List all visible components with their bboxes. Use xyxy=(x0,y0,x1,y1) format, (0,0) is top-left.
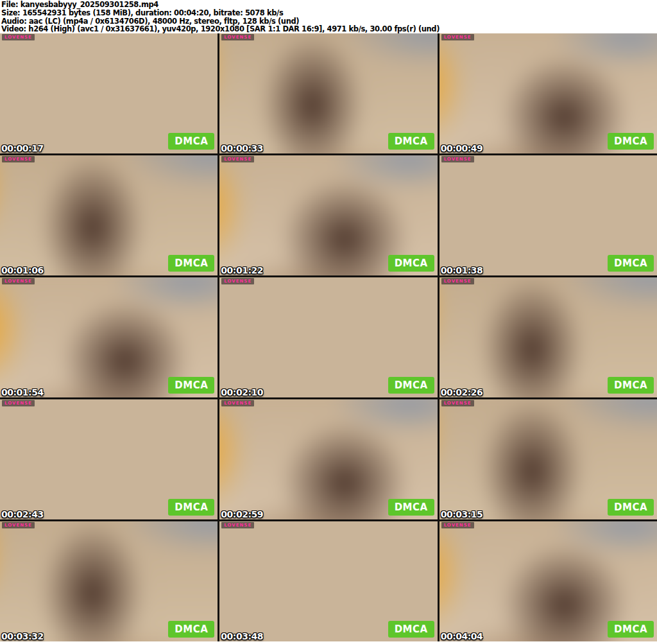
frame-timestamp: 00:02:10 xyxy=(221,387,263,397)
file-info-header: File: kanyesbabyyy_202509301258.mp4 Size… xyxy=(0,0,657,33)
frame-timestamp: 00:03:15 xyxy=(441,509,483,519)
watermark-label: LOVENSE xyxy=(2,34,35,40)
video-frame-thumbnail[interactable]: LOVENSE 00:01:22 DMCA xyxy=(219,155,437,275)
watermark-label: LOVENSE xyxy=(221,34,254,40)
dmca-badge[interactable]: DMCA xyxy=(168,255,214,272)
frame-timestamp: 00:04:04 xyxy=(441,631,483,641)
frame-timestamp: 00:03:32 xyxy=(1,631,44,641)
frame-timestamp: 00:02:26 xyxy=(441,387,483,397)
dmca-badge[interactable]: DMCA xyxy=(608,621,654,638)
video-frame-thumbnail[interactable]: LOVENSE 00:03:32 DMCA xyxy=(0,521,218,641)
watermark-label: LOVENSE xyxy=(2,278,35,284)
watermark-label: LOVENSE xyxy=(221,156,254,162)
watermark-label: LOVENSE xyxy=(221,400,254,406)
video-frame-thumbnail[interactable]: LOVENSE 00:04:04 DMCA xyxy=(439,521,657,641)
video-frame-thumbnail[interactable]: LOVENSE 00:00:17 DMCA xyxy=(0,33,218,153)
video-frame-thumbnail[interactable]: LOVENSE 00:01:06 DMCA xyxy=(0,155,218,275)
frame-timestamp: 00:01:22 xyxy=(221,265,263,275)
dmca-badge[interactable]: DMCA xyxy=(388,255,434,272)
watermark-label: LOVENSE xyxy=(441,156,474,162)
frame-timestamp: 00:01:06 xyxy=(1,265,44,275)
video-frame-thumbnail[interactable]: LOVENSE 00:01:54 DMCA xyxy=(0,277,218,397)
video-frame-thumbnail[interactable]: LOVENSE 00:03:15 DMCA xyxy=(439,399,657,519)
dmca-badge[interactable]: DMCA xyxy=(388,621,434,638)
dmca-badge[interactable]: DMCA xyxy=(168,499,214,516)
dmca-badge[interactable]: DMCA xyxy=(608,133,654,150)
frame-timestamp: 00:01:38 xyxy=(441,265,483,275)
dmca-badge[interactable]: DMCA xyxy=(388,377,434,394)
file-name-line: File: kanyesbabyyy_202509301258.mp4 xyxy=(1,1,657,9)
dmca-badge[interactable]: DMCA xyxy=(388,133,434,150)
watermark-label: LOVENSE xyxy=(2,522,35,528)
video-frame-thumbnail[interactable]: LOVENSE 00:02:10 DMCA xyxy=(219,277,437,397)
frame-timestamp: 00:00:33 xyxy=(221,143,263,153)
frame-timestamp: 00:00:17 xyxy=(1,143,44,153)
watermark-label: LOVENSE xyxy=(221,278,254,284)
video-info-line: Video: h264 (High) (avc1 / 0x31637661), … xyxy=(1,25,657,33)
dmca-badge[interactable]: DMCA xyxy=(168,377,214,394)
dmca-badge[interactable]: DMCA xyxy=(608,499,654,516)
dmca-badge[interactable]: DMCA xyxy=(168,133,214,150)
frame-timestamp: 00:02:43 xyxy=(1,509,44,519)
frame-timestamp: 00:03:48 xyxy=(221,631,263,641)
thumbnail-grid: LOVENSE 00:00:17 DMCA LOVENSE 00:00:33 D… xyxy=(0,33,657,641)
watermark-label: LOVENSE xyxy=(441,34,474,40)
frame-timestamp: 00:01:54 xyxy=(1,387,44,397)
dmca-badge[interactable]: DMCA xyxy=(608,255,654,272)
video-frame-thumbnail[interactable]: LOVENSE 00:00:49 DMCA xyxy=(439,33,657,153)
dmca-badge[interactable]: DMCA xyxy=(388,499,434,516)
frame-timestamp: 00:00:49 xyxy=(441,143,483,153)
file-size-line: Size: 165542931 bytes (158 MiB), duratio… xyxy=(1,9,657,17)
video-frame-thumbnail[interactable]: LOVENSE 00:03:48 DMCA xyxy=(219,521,437,641)
video-frame-thumbnail[interactable]: LOVENSE 00:02:26 DMCA xyxy=(439,277,657,397)
watermark-label: LOVENSE xyxy=(441,400,474,406)
watermark-label: LOVENSE xyxy=(441,278,474,284)
video-frame-thumbnail[interactable]: LOVENSE 00:02:59 DMCA xyxy=(219,399,437,519)
dmca-badge[interactable]: DMCA xyxy=(168,621,214,638)
dmca-badge[interactable]: DMCA xyxy=(608,377,654,394)
video-frame-thumbnail[interactable]: LOVENSE 00:02:43 DMCA xyxy=(0,399,218,519)
watermark-label: LOVENSE xyxy=(441,522,474,528)
watermark-label: LOVENSE xyxy=(2,156,35,162)
watermark-label: LOVENSE xyxy=(221,522,254,528)
video-frame-thumbnail[interactable]: LOVENSE 00:00:33 DMCA xyxy=(219,33,437,153)
video-frame-thumbnail[interactable]: LOVENSE 00:01:38 DMCA xyxy=(439,155,657,275)
frame-timestamp: 00:02:59 xyxy=(221,509,263,519)
watermark-label: LOVENSE xyxy=(2,400,35,406)
